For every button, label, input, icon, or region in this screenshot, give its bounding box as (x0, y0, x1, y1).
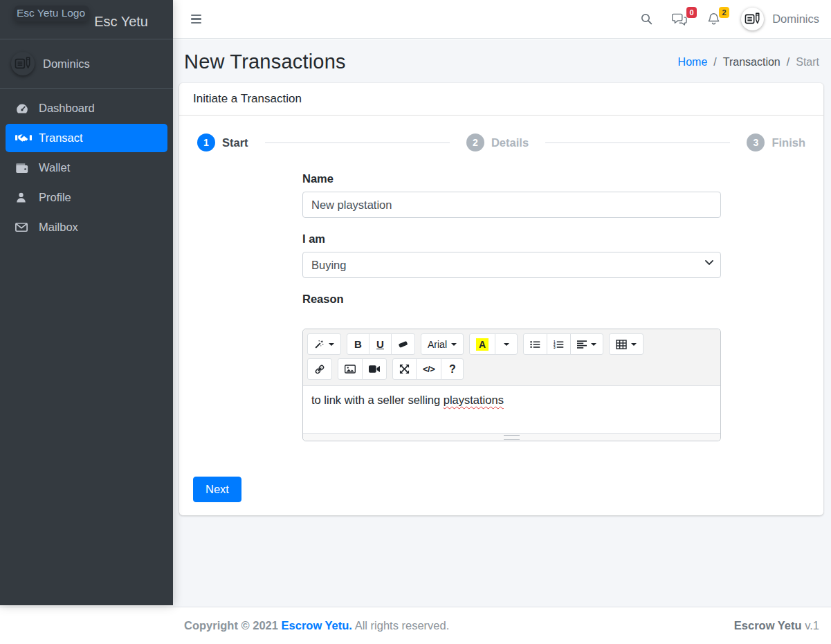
step-connector (265, 142, 450, 143)
sidebar-item-profile[interactable]: Profile (6, 183, 167, 212)
caret-down-icon (451, 343, 457, 346)
version-text: Escrow Yetu v.1 (734, 619, 819, 632)
messages-count-badge: 0 (686, 7, 697, 18)
wizard-steps: 1 Start 2 Details 3 Finish (193, 134, 810, 151)
card-body: 1 Start 2 Details 3 Finish Name (179, 116, 823, 515)
resize-grip-icon (504, 435, 520, 440)
copyright-text: Copyright © 2021 Escrow Yetu. All rights… (184, 619, 449, 632)
name-input[interactable] (302, 192, 721, 218)
dashboard-icon (15, 102, 37, 115)
navbar-right: 0 2 Dominics (641, 8, 819, 30)
caret-down-icon (631, 343, 637, 346)
svg-text:3: 3 (554, 346, 556, 349)
bold-button[interactable]: B (347, 333, 369, 355)
name-label: Name (302, 172, 721, 185)
reason-label: Reason (302, 293, 721, 306)
notifications-bell-icon[interactable]: 2 (707, 12, 720, 26)
sidebar: Esc Yetu Logo Esc Yetu Dominics (0, 0, 173, 605)
table-button[interactable] (609, 333, 643, 355)
footer-brand-link[interactable]: Escrow Yetu. (282, 619, 352, 632)
user-avatar-broken-image-icon (11, 52, 35, 75)
step-circle: 1 (197, 134, 215, 151)
breadcrumb-separator: / (787, 56, 789, 68)
style-magic-button[interactable] (307, 333, 341, 355)
top-navbar: 0 2 Dominics (173, 0, 831, 39)
sidebar-item-label: Transact (39, 131, 83, 145)
breadcrumb-separator: / (713, 56, 716, 68)
breadcrumb: Home / Transaction / Start (678, 56, 819, 68)
sidebar-brand[interactable]: Esc Yetu Logo Esc Yetu (0, 0, 173, 39)
transaction-form: Name I am Buying (302, 172, 721, 441)
role-select[interactable]: Buying (302, 252, 721, 278)
breadcrumb-transaction: Transaction (723, 56, 780, 68)
transaction-card: Initiate a Transaction 1 Start 2 Details… (179, 83, 823, 515)
sidebar-toggle-button[interactable] (190, 12, 203, 27)
messages-icon[interactable]: 0 (672, 12, 688, 26)
fullscreen-button[interactable] (392, 358, 417, 380)
sidebar-item-transact[interactable]: Transact (6, 124, 167, 152)
user-icon (15, 192, 37, 203)
role-field-group: I am Buying (302, 232, 721, 278)
ordered-list-button[interactable]: 1 2 3 (547, 333, 571, 355)
navbar-user-name[interactable]: Dominics (772, 12, 819, 26)
sidebar-item-label: Wallet (39, 161, 70, 174)
caret-down-icon (329, 343, 334, 346)
font-color-dropdown-button[interactable] (495, 333, 518, 355)
step-circle: 2 (466, 134, 484, 151)
next-button[interactable]: Next (193, 477, 241, 502)
notifications-count-badge: 2 (719, 7, 729, 18)
code-view-button[interactable]: </> (416, 358, 441, 380)
sidebar-item-label: Profile (39, 191, 71, 204)
font-color-button[interactable]: A (469, 333, 495, 355)
search-icon[interactable] (641, 13, 652, 25)
paragraph-align-button[interactable] (570, 333, 603, 355)
envelope-icon (15, 222, 37, 232)
misspelled-word: playstations (444, 394, 504, 406)
wallet-icon (15, 163, 37, 174)
insert-link-button[interactable] (307, 358, 332, 380)
sidebar-nav: Dashboard Transact Wallet (0, 89, 173, 248)
underline-button[interactable]: U (369, 333, 392, 355)
wizard-step-start[interactable]: 1 Start (197, 134, 248, 151)
sidebar-item-dashboard[interactable]: Dashboard (6, 94, 167, 122)
breadcrumb-home-link[interactable]: Home (678, 56, 708, 68)
caret-down-icon (504, 343, 509, 346)
sidebar-item-wallet[interactable]: Wallet (6, 154, 167, 182)
editor-toolbar: B U (303, 329, 720, 386)
editor-resize-handle[interactable] (303, 433, 720, 441)
insert-picture-button[interactable] (338, 358, 363, 380)
sidebar-user-name: Dominics (43, 57, 90, 71)
role-label: I am (302, 232, 721, 246)
page-footer: Copyright © 2021 Escrow Yetu. All rights… (0, 607, 831, 644)
wizard-step-details[interactable]: 2 Details (466, 134, 529, 151)
card-header-title: Initiate a Transaction (179, 83, 823, 116)
navbar-avatar-broken-image-icon[interactable] (741, 8, 764, 30)
rich-text-editor: B U (302, 329, 721, 441)
name-field-group: Name (302, 172, 721, 218)
wizard-step-finish[interactable]: 3 Finish (747, 134, 805, 151)
breadcrumb-start: Start (796, 56, 819, 68)
main-content: New Transactions Home / Transaction / St… (173, 39, 831, 607)
step-connector (545, 142, 730, 143)
reason-field-group: Reason (302, 293, 721, 441)
step-label: Details (491, 136, 529, 149)
step-label: Finish (771, 136, 805, 149)
eraser-button[interactable] (391, 333, 415, 355)
page-title: New Transactions (184, 50, 346, 73)
sidebar-user-panel[interactable]: Dominics (0, 39, 173, 89)
brand-logo-broken-image: Esc Yetu Logo (14, 6, 89, 21)
handshake-icon (15, 133, 37, 143)
help-button[interactable]: ? (441, 358, 464, 380)
sidebar-item-mailbox[interactable]: Mailbox (6, 213, 167, 241)
brand-name: Esc Yetu (94, 14, 148, 30)
insert-video-button[interactable] (362, 358, 387, 380)
content-header: New Transactions Home / Transaction / St… (173, 39, 831, 83)
font-family-button[interactable]: Arial (421, 333, 464, 355)
caret-down-icon (591, 343, 596, 346)
sidebar-item-label: Dashboard (39, 102, 95, 115)
step-label: Start (222, 136, 248, 149)
editor-content[interactable]: to link with a seller selling playstatio… (303, 386, 720, 433)
unordered-list-button[interactable] (523, 333, 547, 355)
sidebar-item-label: Mailbox (39, 221, 78, 234)
step-circle: 3 (747, 134, 765, 151)
